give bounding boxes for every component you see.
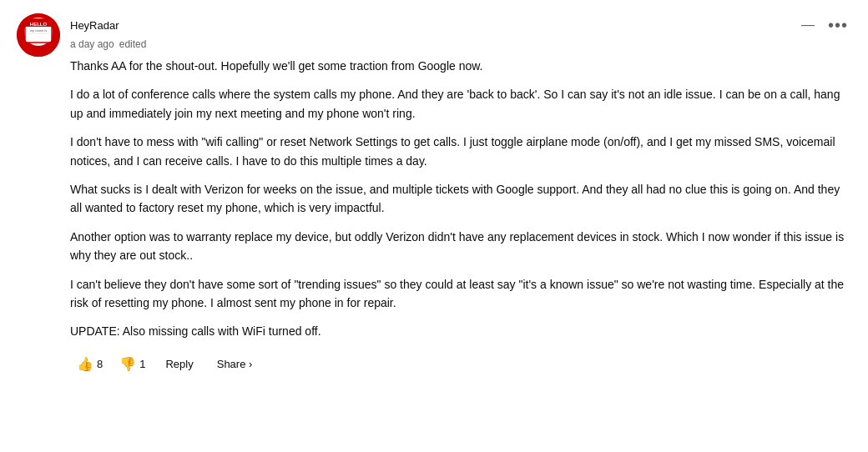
upvote-count: 8: [97, 358, 103, 370]
comment-body: HeyRadar — ••• a day ago edited Thanks A…: [70, 13, 851, 377]
edited-label: edited: [119, 38, 147, 50]
upvote-button[interactable]: 👍 8: [70, 351, 109, 377]
reply-button[interactable]: Reply: [155, 353, 203, 375]
svg-text:HELLO: HELLO: [30, 22, 48, 27]
thumbs-up-icon: 👍: [77, 356, 93, 372]
comment-container: HELLO my name is HeyRadar — •: [17, 13, 851, 377]
paragraph-3: I don't have to mess with "wifi calling"…: [70, 133, 851, 170]
comment-meta: a day ago edited: [70, 38, 851, 50]
comment-footer: 👍 8 👎 1 Reply Share ›: [70, 351, 851, 377]
comment-header: HeyRadar — •••: [70, 13, 851, 37]
paragraph-7: UPDATE: Also missing calls with WiFi tur…: [70, 322, 851, 340]
comment-text: Thanks AA for the shout-out. Hopefully w…: [70, 57, 851, 348]
three-dots-icon: •••: [828, 17, 848, 33]
share-button[interactable]: Share ›: [207, 353, 263, 375]
avatar-image: HELLO my name is: [17, 13, 60, 57]
comment-header-left: HeyRadar: [70, 19, 119, 32]
timestamp: a day ago: [70, 38, 114, 50]
paragraph-2: I do a lot of conference calls where the…: [70, 85, 851, 123]
paragraph-4: What sucks is I dealt with Verizon for w…: [70, 180, 851, 218]
paragraph-5: Another option was to warranty replace m…: [70, 228, 851, 265]
avatar: HELLO my name is: [17, 13, 60, 57]
minimize-button[interactable]: —: [798, 15, 818, 35]
svg-text:my name is: my name is: [30, 28, 47, 33]
downvote-button[interactable]: 👎 1: [113, 351, 152, 377]
downvote-count: 1: [139, 358, 145, 370]
comment-actions-top: — •••: [798, 13, 851, 37]
more-options-button[interactable]: •••: [825, 13, 851, 37]
author-name: HeyRadar: [70, 19, 119, 32]
minus-icon: —: [801, 18, 815, 32]
paragraph-1: Thanks AA for the shout-out. Hopefully w…: [70, 57, 851, 75]
paragraph-6: I can't believe they don't have some sor…: [70, 275, 851, 313]
thumbs-down-icon: 👎: [119, 356, 136, 372]
